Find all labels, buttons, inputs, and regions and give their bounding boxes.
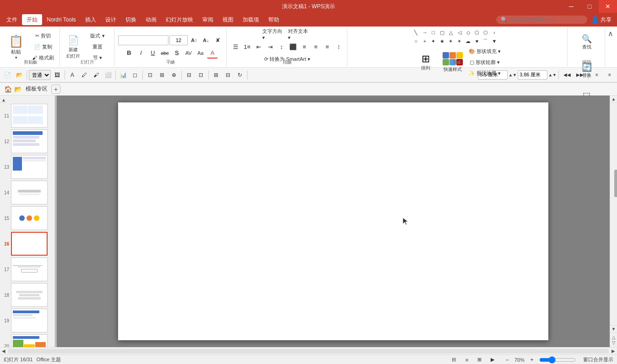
shape-chevron[interactable]: ›: [490, 28, 498, 37]
scroll-down-button[interactable]: ▼: [610, 325, 617, 332]
menu-item-slideshow[interactable]: 幻灯片放映: [161, 14, 198, 25]
justify-button[interactable]: ≡: [322, 42, 333, 53]
shape-outline-button[interactable]: ▢ 形状轮廓 ▾: [466, 57, 503, 67]
search-input[interactable]: [509, 17, 583, 22]
extra-button2[interactable]: ≡: [604, 70, 615, 80]
window-merge-label[interactable]: 窗口合并显示: [583, 356, 613, 363]
slide-thumb-14[interactable]: [11, 181, 48, 204]
new-slide-button[interactable]: 📄 新建幻灯片: [64, 33, 83, 61]
slideshow-button[interactable]: ▶: [487, 354, 498, 364]
shape-hexagon[interactable]: ⬡: [482, 28, 490, 37]
shape-triangle[interactable]: △: [447, 28, 455, 37]
indent-increase-button[interactable]: ⇥: [265, 42, 276, 53]
scroll-track-horizontal[interactable]: [8, 349, 609, 353]
close-button[interactable]: ✕: [599, 0, 617, 13]
home-path-icon[interactable]: 🏠: [4, 85, 12, 93]
shape-arrow[interactable]: →: [421, 28, 429, 37]
font-size-decrease-button[interactable]: A↓: [200, 35, 211, 46]
next-page-button[interactable]: ▽: [612, 340, 616, 345]
slide-item-13[interactable]: 13: [0, 154, 54, 180]
grid-button[interactable]: ⊟: [184, 70, 195, 80]
strikethrough-button[interactable]: abc: [159, 48, 170, 59]
shape-effect-button[interactable]: ✨ 形状效果 ▾: [466, 68, 503, 78]
ungroup-button[interactable]: ⊟: [222, 70, 233, 80]
text-shadow-button[interactable]: S: [171, 48, 182, 59]
spacing-button[interactable]: AV: [183, 48, 194, 59]
new-file-button[interactable]: 📄: [2, 70, 13, 80]
reset-button[interactable]: 重置: [84, 42, 111, 52]
open-file-button[interactable]: 📂: [14, 70, 25, 80]
font-size-increase-button[interactable]: A↑: [189, 35, 200, 46]
shape-cloud[interactable]: ☁: [464, 37, 472, 45]
zoom-select-button[interactable]: ⊞: [157, 70, 168, 80]
shape-star5[interactable]: ★: [438, 37, 446, 45]
slide-thumb-16[interactable]: [11, 232, 48, 256]
scroll-up-button[interactable]: ▲: [610, 96, 617, 103]
shape-line[interactable]: ╲: [412, 28, 420, 37]
number-button[interactable]: 1≡: [242, 42, 253, 53]
highlight-tool[interactable]: 🖊: [79, 70, 90, 80]
zoom-out-button[interactable]: −: [502, 354, 513, 364]
eraser-tool[interactable]: ⬜: [103, 70, 114, 80]
height-input[interactable]: [518, 70, 547, 80]
slide-thumb-18[interactable]: [11, 283, 48, 307]
underline-button[interactable]: U: [147, 48, 158, 59]
layout-button[interactable]: 版式 ▾: [84, 31, 111, 41]
shape-fill-button[interactable]: 🎨 形状填充 ▾: [466, 46, 503, 56]
menu-item-home[interactable]: 开始: [22, 14, 42, 25]
bold-button[interactable]: B: [124, 48, 135, 59]
shape-plus[interactable]: +: [421, 37, 429, 45]
paragraph-expand-icon[interactable]: ⧉: [286, 60, 291, 65]
align-center-button[interactable]: ≡: [299, 42, 310, 53]
text-color-tool[interactable]: A: [67, 70, 78, 80]
paint-tool[interactable]: 🖌: [91, 70, 102, 80]
menu-item-nordri[interactable]: Nordri Tools: [42, 14, 81, 25]
font-expand-icon[interactable]: ⧉: [169, 60, 174, 65]
slide-canvas[interactable]: [118, 102, 548, 340]
folder-path-icon[interactable]: 📂: [14, 85, 22, 93]
column-button[interactable]: ⫶: [333, 42, 344, 53]
drawing-expand-icon[interactable]: ⧉: [456, 60, 461, 65]
menu-item-design[interactable]: 设计: [101, 14, 121, 25]
menu-item-help[interactable]: 帮助: [264, 14, 284, 25]
italic-button[interactable]: I: [135, 48, 146, 59]
shape-circle[interactable]: ○: [412, 37, 420, 45]
scroll-thumb-vertical[interactable]: [614, 170, 617, 197]
align-grid-button[interactable]: ⊡: [195, 70, 206, 80]
slide-panel-scroll-up[interactable]: ▲: [0, 97, 7, 103]
maximize-button[interactable]: □: [580, 0, 599, 13]
width-spin-button[interactable]: ▲▼: [509, 70, 516, 80]
text-direction-button[interactable]: 文字方向 ▾: [262, 29, 287, 40]
outline-view-button[interactable]: ≡: [461, 354, 472, 364]
clipboard-expand-icon[interactable]: ⧉: [31, 60, 37, 65]
height-spin-button[interactable]: ▲▼: [549, 70, 556, 80]
slide-thumb-17[interactable]: [11, 257, 48, 281]
bullet-button[interactable]: ☰: [230, 42, 241, 53]
zoom-button[interactable]: ⊕: [168, 70, 179, 80]
slide-item-14[interactable]: 14: [0, 180, 54, 205]
template-folder-item[interactable]: 模板专区: [24, 84, 49, 94]
chart-button[interactable]: 📊: [118, 70, 129, 80]
align-text-button[interactable]: 对齐文本 ▾: [287, 29, 313, 40]
share-button[interactable]: 共享: [601, 16, 612, 24]
menu-item-addons[interactable]: 加载项: [238, 14, 264, 25]
shape-rtriangle[interactable]: ◁: [455, 28, 464, 37]
canvas-area[interactable]: [57, 96, 610, 347]
menu-item-file[interactable]: 文件: [2, 14, 22, 25]
scroll-left-button[interactable]: ◀: [0, 348, 7, 355]
menu-item-view[interactable]: 视图: [218, 14, 238, 25]
add-path-button[interactable]: +: [51, 85, 60, 94]
shape-diamond[interactable]: ◇: [464, 28, 472, 37]
view-select[interactable]: 普通: [29, 70, 51, 80]
slide-item-11[interactable]: 11: [0, 103, 54, 128]
slide-sorter-button[interactable]: ⊞: [474, 354, 485, 364]
slide-item-15[interactable]: 15: [0, 205, 54, 231]
group-button[interactable]: ⊞: [211, 70, 222, 80]
align-left-button[interactable]: ⬛: [287, 42, 298, 53]
shape-rect[interactable]: □: [429, 28, 438, 37]
slide-item-20[interactable]: 20: [0, 333, 54, 347]
shape-heart[interactable]: ♥: [473, 37, 481, 45]
font-color-button[interactable]: A: [207, 48, 218, 59]
align-right-button[interactable]: ≡: [310, 42, 321, 53]
slide-item-16[interactable]: 16: [0, 231, 54, 257]
